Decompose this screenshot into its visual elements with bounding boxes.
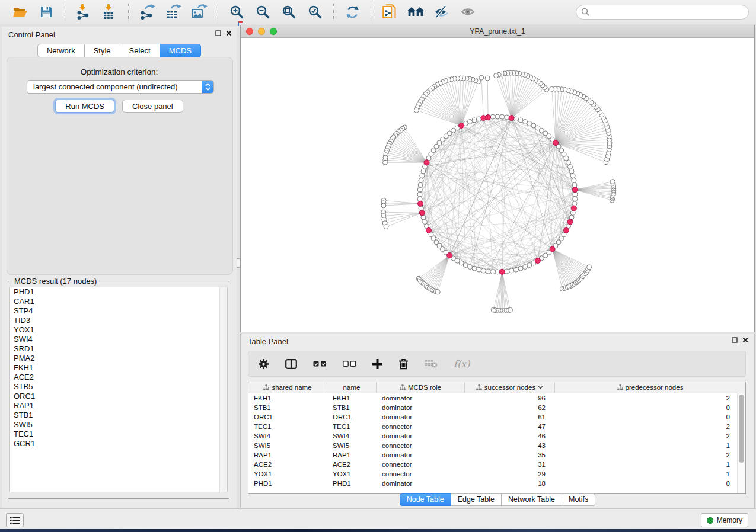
mcds-result-item[interactable]: STP4 (10, 306, 227, 316)
cell-successor-nodes[interactable]: 96 (465, 393, 555, 403)
mcds-result-item[interactable]: ACE2 (10, 373, 227, 382)
tab-mcds[interactable]: MCDS (160, 44, 201, 57)
mcds-result-item[interactable]: CAR1 (10, 297, 227, 306)
open-session-icon[interactable] (11, 3, 29, 21)
table-row[interactable]: STB1STB1dominator620 (248, 403, 745, 412)
close-panel-icon[interactable] (742, 337, 748, 343)
table-row[interactable]: FKH1FKH1dominator962 (248, 393, 745, 403)
zoom-in-icon[interactable] (228, 3, 245, 21)
deselect-all-icon[interactable] (343, 361, 356, 367)
run-mcds-button[interactable]: Run MCDS (55, 100, 114, 113)
cell-shared-name[interactable]: PHD1 (248, 479, 327, 488)
cell-name[interactable]: TEC1 (327, 422, 377, 431)
cell-predecessor-nodes[interactable]: 1 (555, 469, 745, 479)
cell-shared-name[interactable]: TEC1 (248, 422, 327, 431)
cell-mcds-role[interactable]: dominator (377, 450, 465, 460)
cell-shared-name[interactable]: ACE2 (248, 460, 327, 469)
table-row[interactable]: PHD1PHD1dominator180 (248, 479, 745, 488)
cell-shared-name[interactable]: FKH1 (248, 393, 327, 403)
cell-name[interactable]: ACE2 (327, 460, 377, 469)
task-history-button[interactable] (6, 513, 24, 527)
show-details-icon[interactable] (459, 3, 477, 21)
cell-mcds-role[interactable]: connector (377, 460, 465, 469)
close-panel-icon[interactable] (226, 30, 232, 36)
zoom-fit-icon[interactable] (280, 3, 298, 21)
cell-mcds-role[interactable]: dominator (377, 479, 465, 488)
cell-predecessor-nodes[interactable]: 2 (555, 422, 745, 431)
homes-icon[interactable] (407, 3, 425, 21)
tab-network-table[interactable]: Network Table (502, 493, 562, 506)
cell-mcds-role[interactable]: connector (377, 441, 465, 450)
search-box[interactable] (576, 5, 749, 20)
tab-node-table[interactable]: Node Table (400, 493, 451, 506)
table-row[interactable]: ORC1ORC1dominator610 (248, 412, 745, 422)
table-scrollbar-thumb[interactable] (739, 395, 744, 463)
cell-mcds-role[interactable]: dominator (377, 403, 465, 412)
table-row[interactable]: SWI4SWI4dominator462 (248, 431, 745, 441)
mcds-result-item[interactable]: RAP1 (10, 401, 227, 411)
cell-name[interactable]: STB1 (327, 403, 377, 412)
mcds-result-item[interactable]: ORC1 (10, 392, 227, 401)
column-header-shared-name[interactable]: shared name (248, 382, 327, 393)
search-input[interactable] (593, 7, 744, 17)
cell-name[interactable]: YOX1 (327, 469, 377, 479)
mcds-result-item[interactable]: PMA2 (10, 354, 227, 363)
table-row[interactable]: YOX1YOX1connector291 (248, 469, 745, 479)
cell-predecessor-nodes[interactable]: 1 (555, 441, 745, 450)
duplicate-network-icon[interactable] (381, 3, 398, 21)
cell-name[interactable]: SWI4 (327, 431, 377, 441)
column-header-mcds-role[interactable]: MCDS role (377, 382, 465, 393)
close-panel-button[interactable]: Close panel (122, 100, 183, 113)
export-network-icon[interactable] (138, 3, 156, 21)
tab-motifs[interactable]: Motifs (562, 493, 595, 506)
mcds-result-item[interactable]: SWI4 (10, 335, 227, 344)
table-row[interactable]: ACE2ACE2connector311 (248, 460, 745, 469)
cell-shared-name[interactable]: SWI4 (248, 431, 327, 441)
column-header-predecessor-nodes[interactable]: predecessor nodes (555, 382, 745, 393)
cell-shared-name[interactable]: SWI5 (248, 441, 327, 450)
cell-mcds-role[interactable]: dominator (377, 393, 465, 403)
cell-mcds-role[interactable]: connector (377, 469, 465, 479)
column-header-successor-nodes[interactable]: successor nodes (465, 382, 555, 393)
export-table-icon[interactable] (164, 3, 182, 21)
cell-shared-name[interactable]: STB1 (248, 403, 327, 412)
refresh-icon[interactable] (343, 3, 361, 21)
cell-predecessor-nodes[interactable]: 0 (555, 403, 745, 412)
network-graph[interactable] (241, 38, 754, 332)
cell-predecessor-nodes[interactable]: 0 (555, 412, 745, 422)
cell-mcds-role[interactable]: connector (377, 422, 465, 431)
table-row[interactable]: RAP1RAP1dominator352 (248, 450, 745, 460)
mcds-result-item[interactable]: YOX1 (10, 325, 227, 335)
cell-mcds-role[interactable]: dominator (377, 412, 465, 422)
table-row[interactable]: SWI5SWI5connector431 (248, 441, 745, 450)
cell-successor-nodes[interactable]: 35 (465, 450, 555, 460)
split-view-icon[interactable] (285, 359, 297, 369)
cell-name[interactable]: SWI5 (327, 441, 377, 450)
cell-successor-nodes[interactable]: 46 (465, 431, 555, 441)
table-row[interactable]: TEC1TEC1connector472 (248, 422, 745, 431)
float-panel-icon[interactable] (215, 30, 221, 36)
cell-name[interactable]: PHD1 (327, 479, 377, 488)
save-session-icon[interactable] (37, 3, 55, 21)
cell-name[interactable]: FKH1 (327, 393, 377, 403)
cell-name[interactable]: RAP1 (327, 450, 377, 460)
mcds-result-item[interactable]: GCR1 (10, 439, 227, 448)
cell-predecessor-nodes[interactable]: 2 (555, 393, 745, 403)
network-canvas[interactable] (241, 38, 754, 332)
mcds-result-item[interactable]: PHD1 (10, 287, 227, 297)
cell-shared-name[interactable]: ORC1 (248, 412, 327, 422)
mcds-result-item[interactable]: STB1 (10, 411, 227, 420)
cell-name[interactable]: ORC1 (327, 412, 377, 422)
cell-predecessor-nodes[interactable]: 1 (555, 460, 745, 469)
cell-successor-nodes[interactable]: 62 (465, 403, 555, 412)
cell-successor-nodes[interactable]: 31 (465, 460, 555, 469)
column-header-name[interactable]: name (327, 382, 377, 393)
mcds-list-scrollbar[interactable] (219, 287, 227, 492)
tab-edge-table[interactable]: Edge Table (451, 493, 502, 506)
cell-successor-nodes[interactable]: 43 (465, 441, 555, 450)
cell-shared-name[interactable]: YOX1 (248, 469, 327, 479)
import-network-icon[interactable] (75, 3, 92, 21)
import-table-icon[interactable] (101, 3, 119, 21)
tab-select[interactable]: Select (120, 44, 160, 57)
cell-successor-nodes[interactable]: 47 (465, 422, 555, 431)
